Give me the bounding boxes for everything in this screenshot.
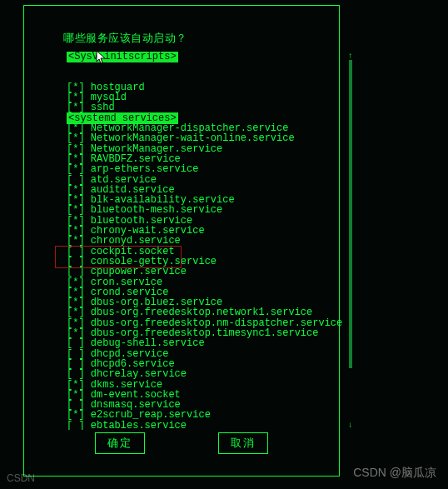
service-row[interactable]: [ ] atd.service [67,175,350,185]
service-row[interactable]: [ ] cpupower.service [67,267,350,277]
service-row[interactable]: [*] dbus-org.freedesktop.network1.servic… [67,307,350,317]
prompt-text: 哪些服务应该自动启动？ [63,31,187,46]
dialog-frame: 哪些服务应该自动启动？ <SysV initscripts> [*] hostg… [23,5,340,477]
section-sysv-header: <SysV initscripts> [67,52,178,62]
scroll-down-icon[interactable]: ↓ [348,421,353,430]
service-row[interactable]: [*] arp-ethers.service [67,164,350,174]
cancel-button[interactable]: 取消 [218,432,268,454]
scrollbar[interactable]: ↑ ↓ [348,52,353,430]
service-row[interactable]: [*] dkms.service [67,380,350,390]
service-row[interactable]: [*] chronyd.service [67,236,350,246]
service-row[interactable]: [*] cron.service [67,277,350,287]
service-row[interactable]: [*] NetworkManager-wait-online.service [67,133,350,143]
sysv-row[interactable]: [*] sshd [67,102,350,112]
service-row[interactable]: [*] e2scrub_reap.service [67,410,350,420]
service-list[interactable]: <SysV initscripts> [*] hostguard[*] mysq… [67,52,350,430]
service-row[interactable]: [ ] ebtables.service [67,421,350,430]
service-row[interactable]: [ ] debug-shell.service [67,338,350,348]
service-row[interactable]: [*] bluetooth-mesh.service [67,205,350,215]
watermark: CSDN [7,472,35,484]
scrollbar-thumb[interactable] [349,60,352,368]
ok-button[interactable]: 确定 [95,432,145,454]
service-row[interactable]: [ ] dhcrelay.service [67,369,350,379]
watermark: CSDN @脑瓜凉 [353,466,436,481]
button-row: 确定 取消 [23,432,339,454]
